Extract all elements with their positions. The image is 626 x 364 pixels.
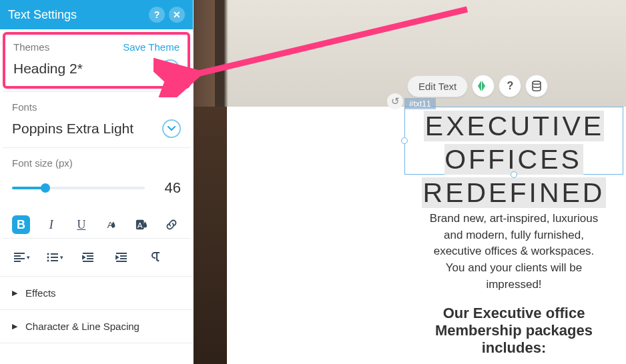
editor-canvas[interactable]: ↺ Edit Text ? #txt11 EXECUTIVE OFFICES R… (194, 0, 626, 364)
effects-label: Effects (25, 287, 56, 299)
text-settings-panel: Text Settings ? ✕ Themes Save Theme Head… (0, 0, 194, 364)
chevron-down-icon[interactable] (161, 59, 180, 78)
text-color-button[interactable]: A (103, 215, 121, 234)
fonts-section: Fonts Poppins Extra Light (0, 92, 193, 147)
list-button[interactable]: ▾ (45, 248, 64, 267)
svg-text:A: A (137, 221, 143, 229)
chevron-right-icon: ▶ (12, 322, 17, 331)
panel-title: Text Settings (8, 8, 77, 22)
paragraph-toolbar: ▾ ▾ (0, 239, 193, 276)
fontsize-value[interactable]: 46 (157, 179, 181, 197)
svg-point-4 (47, 257, 49, 259)
indent-button[interactable] (112, 248, 131, 267)
rtl-button[interactable] (145, 248, 164, 267)
element-id-tag: #txt11 (404, 98, 436, 109)
selected-text-element[interactable]: EXECUTIVE OFFICES REDEFINED (404, 107, 623, 175)
help-icon[interactable]: ? (149, 7, 165, 23)
fontsize-slider[interactable] (12, 187, 145, 189)
fontsize-label: Font size (px) (12, 157, 73, 169)
bold-button[interactable]: B (12, 215, 30, 234)
theme-value: Heading 2* (13, 61, 83, 77)
themes-label: Themes (13, 41, 49, 53)
theme-selector[interactable]: Heading 2* (13, 59, 180, 78)
underline-button[interactable]: U (72, 215, 90, 234)
element-context-toolbar: Edit Text ? (407, 75, 548, 97)
highlight-color-button[interactable]: A (133, 215, 151, 234)
paragraph-1[interactable]: Brand new, art-inspired, luxurious and m… (404, 211, 623, 293)
svg-point-3 (47, 253, 49, 255)
align-button[interactable]: ▾ (12, 248, 31, 267)
text-format-toolbar: B I U A A (0, 206, 193, 238)
resize-handle-west[interactable] (401, 137, 408, 144)
chevron-right-icon: ▶ (12, 289, 17, 297)
outdent-button[interactable] (79, 248, 97, 267)
subheading-2[interactable]: Our Executive office Membership packages… (404, 305, 623, 357)
fonts-label: Fonts (12, 101, 37, 113)
page-background-image (194, 107, 227, 364)
undo-icon[interactable]: ↺ (387, 93, 403, 109)
page-heading[interactable]: EXECUTIVE OFFICES REDEFINED (405, 107, 623, 211)
data-icon[interactable] (525, 75, 548, 97)
link-button[interactable] (163, 215, 181, 234)
svg-point-5 (47, 260, 49, 262)
panel-header: Text Settings ? ✕ (0, 0, 193, 29)
font-value: Poppins Extra Light (12, 121, 133, 137)
themes-section-highlight: Themes Save Theme Heading 2* (3, 32, 190, 89)
fontsize-section: Font size (px) 46 (0, 148, 193, 206)
svg-point-6 (533, 81, 541, 85)
chevron-down-icon[interactable] (162, 119, 181, 138)
close-icon[interactable]: ✕ (169, 7, 185, 23)
resize-handle-south[interactable] (511, 171, 517, 178)
font-selector[interactable]: Poppins Extra Light (12, 119, 181, 138)
edit-text-button[interactable]: Edit Text (407, 75, 468, 97)
effects-section[interactable]: ▶ Effects (0, 276, 193, 309)
save-theme-link[interactable]: Save Theme (123, 41, 180, 53)
char-spacing-section[interactable]: ▶ Character & Line Spacing (0, 309, 193, 343)
italic-button[interactable]: I (42, 215, 60, 234)
help-icon[interactable]: ? (499, 75, 521, 97)
animation-icon[interactable] (472, 75, 495, 97)
char-spacing-label: Character & Line Spacing (25, 321, 139, 332)
